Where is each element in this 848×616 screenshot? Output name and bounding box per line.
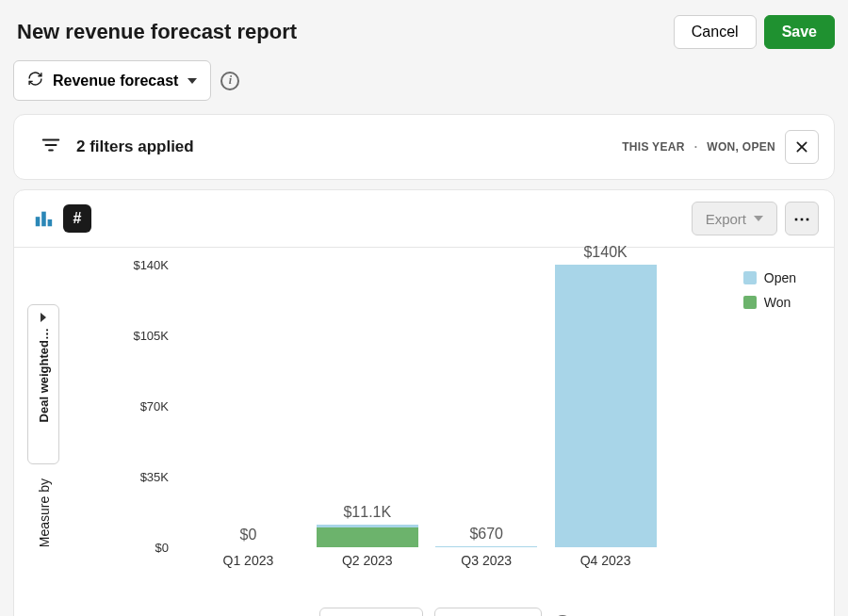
filter-separator: ·	[694, 140, 698, 154]
legend-swatch-won	[743, 296, 757, 309]
bar-group: $140K	[555, 265, 657, 547]
bar-segment[interactable]	[317, 527, 418, 547]
close-icon	[794, 139, 809, 154]
svg-rect-6	[41, 212, 46, 227]
legend-item-won[interactable]: Won	[743, 295, 796, 310]
export-button[interactable]: Export	[692, 202, 777, 235]
forecast-select[interactable]: Forecast	[319, 608, 423, 616]
bar-chart-icon	[33, 208, 54, 229]
y-tick: $35K	[140, 470, 169, 484]
measure-tab-label: Deal weighted…	[37, 328, 51, 422]
refresh-icon	[27, 71, 43, 90]
page-title: New revenue forecast report	[17, 20, 297, 44]
report-type-select[interactable]: Revenue forecast	[13, 60, 211, 101]
export-label: Export	[706, 211, 746, 227]
chart-view-toggle[interactable]	[29, 204, 57, 233]
chart-panel: # Export ⋯ Deal weighted… Measure by $0$…	[13, 189, 835, 616]
legend-swatch-open	[743, 271, 757, 284]
info-icon[interactable]: i	[220, 72, 239, 90]
filter-chip-period: THIS YEAR	[622, 140, 685, 154]
clear-filters-button[interactable]	[785, 130, 819, 164]
x-axis: Q1 2023Q2 2023Q3 2023Q4 2023	[180, 553, 674, 572]
table-view-toggle[interactable]: #	[63, 204, 91, 233]
svg-rect-5	[36, 217, 41, 226]
bar-value-label: $140K	[555, 244, 657, 261]
bar-value-label: $670	[435, 526, 537, 543]
period-select[interactable]: Quarterly	[434, 608, 542, 616]
legend: Open Won	[743, 270, 796, 319]
y-tick: $70K	[140, 399, 169, 413]
bar-group: $670	[435, 546, 537, 547]
chevron-right-icon	[41, 313, 46, 322]
bar-value-label: $0	[197, 527, 299, 543]
more-actions-button[interactable]: ⋯	[785, 202, 819, 235]
measure-by-label: Measure by	[37, 478, 52, 547]
filter-chip-status: WON, OPEN	[707, 140, 775, 154]
bar-group: $11.1K	[317, 525, 418, 547]
x-tick: Q1 2023	[197, 553, 299, 568]
report-type-label: Revenue forecast	[53, 73, 178, 89]
y-tick: $140K	[133, 258, 169, 272]
bar-value-label: $11.1K	[317, 504, 418, 521]
measure-tab[interactable]: Deal weighted…	[27, 304, 59, 464]
x-tick: Q2 2023	[317, 553, 418, 568]
legend-label-open: Open	[764, 270, 796, 285]
filters-bar: 2 filters applied THIS YEAR · WON, OPEN	[13, 114, 835, 180]
ellipsis-icon: ⋯	[793, 208, 811, 229]
save-button[interactable]: Save	[764, 15, 835, 49]
filter-icon[interactable]	[41, 135, 61, 159]
chevron-down-icon	[188, 78, 197, 84]
y-tick: $105K	[133, 329, 169, 343]
x-tick: Q4 2023	[555, 553, 657, 568]
filters-applied-text: 2 filters applied	[76, 138, 194, 156]
cancel-button[interactable]: Cancel	[674, 15, 757, 49]
bars-container: $0$11.1K$670$140K	[180, 265, 674, 547]
svg-rect-7	[48, 219, 53, 226]
chevron-down-icon	[754, 216, 763, 221]
chart-plot: $0$35K$70K$105K$140K $0$11.1K$670$140K Q…	[127, 265, 674, 575]
legend-item-open[interactable]: Open	[743, 270, 796, 285]
y-tick: $0	[155, 541, 169, 555]
legend-label-won: Won	[764, 295, 791, 310]
y-axis: $0$35K$70K$105K$140K	[127, 265, 174, 547]
bar-segment[interactable]	[555, 265, 657, 547]
x-tick: Q3 2023	[435, 553, 537, 568]
bar-segment[interactable]	[435, 546, 537, 547]
